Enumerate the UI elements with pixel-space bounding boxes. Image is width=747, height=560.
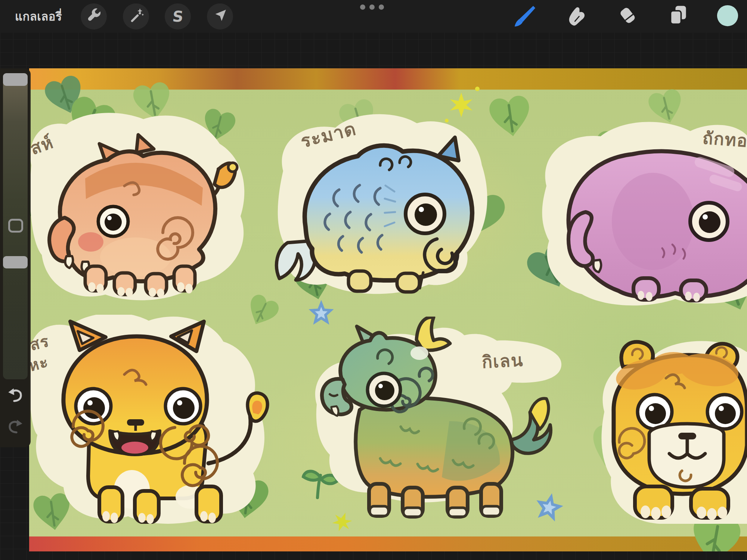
gallery-button[interactable]: แกลเลอรี่ [15,0,62,33]
color-swatch-icon [716,4,739,28]
brush-sidebar [0,68,31,447]
sticker-salmon-boar-elephant: สห์ [29,109,253,311]
brush-size-slider[interactable] [3,73,28,86]
color-button[interactable] [716,4,740,28]
magic-wand-icon [127,7,145,26]
sticker-yellow-lion: สร หะ [29,315,276,524]
selection-s-icon: S [171,9,184,24]
eraser-icon [617,4,639,28]
sticker-pink-elephant: ถักทอ [533,109,747,307]
paint-brush-icon [514,4,536,28]
sticker-golden-tiger [593,322,747,524]
sticker-green-kirin: กิเลน [307,317,569,526]
actions-button[interactable] [81,3,107,29]
redo-button[interactable] [6,418,24,436]
smudge-tool-button[interactable] [564,4,588,28]
wrench-icon [85,7,102,26]
transform-button[interactable] [207,3,233,29]
layers-icon [667,4,689,28]
sticker-label-clipped: ถักทอ [702,128,747,151]
undo-button[interactable] [6,386,24,404]
undo-arrow-icon [6,399,24,406]
sticker-label: กิเลน [481,350,524,372]
procreate-workspace: แกลเลอรี่ S [0,0,747,560]
brush-opacity-slider[interactable] [3,256,28,268]
smudge-finger-icon [565,4,588,28]
layers-button[interactable] [666,4,690,28]
paint-tool-button[interactable] [513,4,537,28]
modify-button[interactable] [8,219,23,233]
ellipsis-icon[interactable] [360,4,384,10]
transform-arrow-icon [211,7,229,26]
redo-arrow-icon [6,430,24,437]
erase-tool-button[interactable] [616,4,640,28]
adjustments-button[interactable] [123,3,149,29]
sticker-blue-fish-rhino: ระมาด [268,104,500,302]
top-toolbar: แกลเลอรี่ S [0,0,747,33]
selection-button[interactable]: S [165,3,191,29]
drawing-canvas[interactable]: สห์ ระมาด [29,68,747,551]
